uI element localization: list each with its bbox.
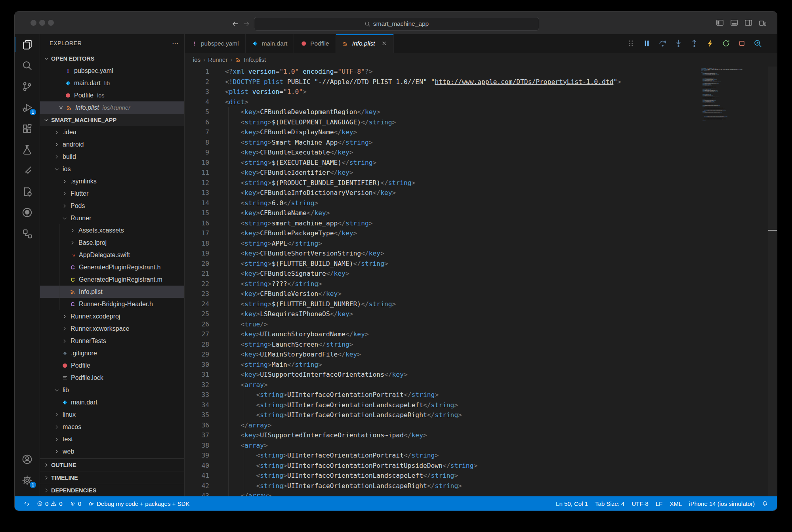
status-device[interactable]: iPhone 14 (ios simulator) (685, 500, 758, 507)
activity-accounts[interactable] (15, 449, 40, 470)
tree-item-Pods[interactable]: Pods (40, 200, 184, 212)
back-icon[interactable] (232, 20, 239, 27)
tree-item-Base.lproj[interactable]: Base.lproj (40, 236, 184, 249)
activity-source-control[interactable] (15, 76, 40, 97)
section-dependencies[interactable]: DEPENDENCIES (40, 484, 184, 496)
tree-item-Flutter[interactable]: Flutter (40, 187, 184, 200)
minimize-window-button[interactable] (39, 20, 45, 26)
layout-controls (716, 19, 767, 27)
status-ports[interactable]: 0 (66, 500, 85, 507)
tree-item-android[interactable]: android (40, 138, 184, 151)
tree-item-Podfile.lock[interactable]: Podfile.lock (40, 372, 184, 384)
breadcrumb-item-Info.plist[interactable]: Info.plist (235, 56, 266, 63)
status-remote[interactable] (20, 501, 33, 507)
open-editor-pubspec.yaml[interactable]: !pubspec.yaml (40, 65, 184, 77)
tree-item-.idea[interactable]: .idea (40, 126, 184, 138)
breadcrumb-item-ios[interactable]: ios (193, 56, 200, 63)
tree-item-Info.plist[interactable]: Info.plist (40, 286, 184, 298)
activity-project[interactable] (15, 181, 40, 202)
ruby-file-icon (62, 362, 68, 369)
status-tab-size[interactable]: Tab Size: 4 (592, 500, 628, 507)
activity-run-debug[interactable]: 1 (15, 97, 40, 118)
tree-item-Runner-Bridging-Header.h[interactable]: CRunner-Bridging-Header.h (40, 298, 184, 310)
layout-customize-button[interactable] (759, 19, 767, 27)
vertical-scrollbar[interactable] (768, 67, 777, 496)
close-icon[interactable] (57, 105, 65, 111)
indent-guide (228, 259, 229, 269)
gripper-button[interactable] (627, 39, 635, 48)
indent-guide (228, 279, 229, 289)
tree-item-Podfile[interactable]: Podfile (40, 359, 184, 372)
tab-main.dart[interactable]: main.dart (246, 34, 294, 53)
chevron-down-icon (54, 387, 59, 393)
status-cursor-position[interactable]: Ln 50, Col 1 (552, 500, 592, 507)
status-problems[interactable]: 00 (33, 500, 66, 507)
activity-flutter[interactable] (15, 160, 40, 181)
restart-button[interactable] (722, 39, 730, 48)
tree-item-.gitignore[interactable]: .gitignore (40, 347, 184, 359)
zoom-window-button[interactable] (48, 20, 54, 26)
close-icon[interactable] (381, 40, 387, 46)
tree-item-Runner.xcodeproj[interactable]: Runner.xcodeproj (40, 310, 184, 322)
tab-label: pubspec.yaml (201, 40, 239, 47)
close-window-button[interactable] (31, 20, 36, 26)
tree-item-GeneratedPluginRegistrant.h[interactable]: CGeneratedPluginRegistrant.h (40, 261, 184, 273)
step-over-button[interactable] (658, 39, 667, 48)
breadcrumb-item-Runner[interactable]: Runner (208, 56, 227, 63)
tree-item-web[interactable]: web (40, 445, 184, 458)
command-center-search[interactable]: smart_machine_app (254, 17, 539, 31)
section-outline[interactable]: OUTLINE (40, 458, 184, 471)
step-into-button[interactable] (674, 39, 683, 48)
status-language-mode[interactable]: XML (666, 500, 685, 507)
line-number: 33 (185, 390, 209, 400)
inspector-button[interactable] (754, 39, 762, 48)
layout-sidebar-left-button[interactable] (716, 19, 724, 27)
minimap[interactable]: <?xml version="1.0" encoding="UTF-8"?><!… (701, 68, 764, 133)
step-out-button[interactable] (690, 39, 698, 48)
tree-item-main.dart[interactable]: main.dart (40, 396, 184, 408)
activity-github[interactable] (15, 202, 40, 223)
activity-search[interactable] (15, 55, 40, 76)
status-eol[interactable]: LF (652, 500, 666, 507)
indent-guide (228, 289, 229, 299)
tab-pubspec.yaml[interactable]: !pubspec.yaml (185, 34, 246, 53)
tree-item-test[interactable]: test (40, 433, 184, 445)
open-editor-main.dart[interactable]: main.dartlib (40, 77, 184, 89)
tree-item-AppDelegate.swift[interactable]: AppDelegate.swift (40, 249, 184, 261)
tree-item-build[interactable]: build (40, 151, 184, 163)
activity-explorer[interactable] (15, 34, 40, 55)
tree-item-RunnerTests[interactable]: RunnerTests (40, 335, 184, 347)
hot-reload-button[interactable] (706, 39, 714, 48)
status-encoding[interactable]: UTF-8 (628, 500, 652, 507)
pause-button[interactable] (643, 39, 651, 48)
activity-settings[interactable]: 1 (15, 470, 40, 491)
open-editor-Info.plist[interactable]: Info.plistios/Runner (40, 101, 184, 114)
activity-references[interactable] (15, 223, 40, 244)
tree-item-lib[interactable]: lib (40, 384, 184, 396)
forward-icon[interactable] (243, 20, 250, 27)
layout-panel-bottom-button[interactable] (730, 19, 738, 27)
tab-Podfile[interactable]: Podfile (294, 34, 336, 53)
status-debug-config[interactable]: Debug my code + packages + SDK (85, 500, 193, 507)
indent-guide (228, 238, 229, 249)
workspace-header[interactable]: SMART_MACHINE_APP (40, 114, 184, 126)
tree-item-ios[interactable]: ios (40, 163, 184, 175)
views-actions-icon[interactable]: ⋯ (172, 40, 179, 47)
tree-item-Runner[interactable]: Runner (40, 212, 184, 224)
tree-item-Runner.xcworkspace[interactable]: Runner.xcworkspace (40, 322, 184, 335)
tree-item-macos[interactable]: macos (40, 421, 184, 433)
tree-item-.symlinks[interactable]: .symlinks (40, 175, 184, 187)
tab-Info.plist[interactable]: Info.plist (336, 34, 394, 53)
activity-extensions[interactable] (15, 118, 40, 139)
stop-button[interactable] (738, 39, 746, 48)
status-notifications[interactable] (758, 501, 771, 507)
open-editor-Podfile[interactable]: Podfileios (40, 89, 184, 101)
open-editors-header[interactable]: OPEN EDITORS (40, 52, 184, 65)
tree-item-Assets.xcassets[interactable]: Assets.xcassets (40, 224, 184, 236)
section-timeline[interactable]: TIMELINE (40, 471, 184, 484)
tree-item-linux[interactable]: linux (40, 408, 184, 421)
editor-viewport[interactable]: 1<?xml version="1.0" encoding="UTF-8"?>2… (185, 67, 777, 496)
layout-sidebar-right-button[interactable] (744, 19, 752, 27)
tree-item-GeneratedPluginRegistrant.m[interactable]: CGeneratedPluginRegistrant.m (40, 273, 184, 286)
activity-testing[interactable] (15, 139, 40, 160)
